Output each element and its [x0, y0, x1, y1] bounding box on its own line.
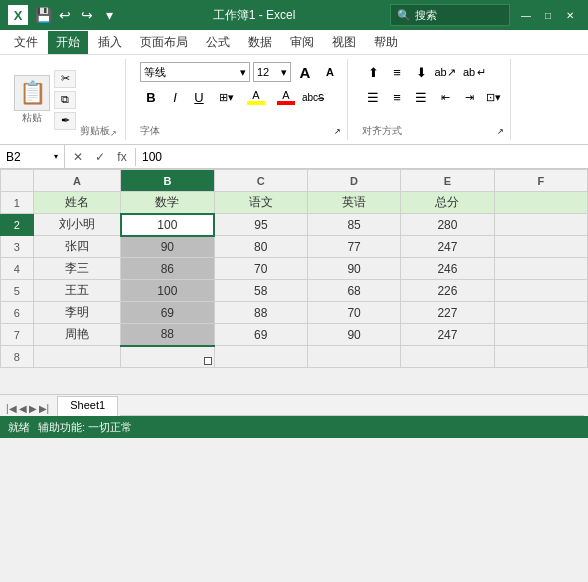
font-grow-button[interactable]: A: [294, 61, 316, 83]
cell-A8[interactable]: [33, 346, 121, 368]
formula-func-btn[interactable]: fx: [113, 148, 131, 166]
col-header-D[interactable]: D: [307, 170, 400, 192]
cell-C6[interactable]: 88: [214, 302, 307, 324]
cut-button[interactable]: ✂: [54, 70, 76, 88]
cell-E1[interactable]: 总分: [401, 192, 494, 214]
nav-first-arrow[interactable]: |◀: [6, 403, 17, 414]
cell-E5[interactable]: 226: [401, 280, 494, 302]
cell-F4[interactable]: [494, 258, 587, 280]
font-size-select[interactable]: 12 ▾: [253, 62, 291, 82]
strikethrough-button[interactable]: abcS̶: [302, 86, 324, 108]
redo-icon[interactable]: ↪: [78, 6, 96, 24]
customize-icon[interactable]: ▾: [100, 6, 118, 24]
cell-D5[interactable]: 68: [307, 280, 400, 302]
indent-dec-button[interactable]: ⇤: [434, 86, 456, 108]
bold-button[interactable]: B: [140, 86, 162, 108]
menu-home[interactable]: 开始: [48, 31, 88, 54]
menu-formula[interactable]: 公式: [198, 31, 238, 54]
cell-A3[interactable]: 张四: [33, 236, 121, 258]
name-box-arrow[interactable]: ▾: [54, 152, 58, 161]
clipboard-expand-icon[interactable]: ↗: [110, 129, 117, 138]
cell-B3[interactable]: 90: [121, 236, 214, 258]
cell-D4[interactable]: 90: [307, 258, 400, 280]
cell-B1[interactable]: 数学: [121, 192, 214, 214]
fill-color-button[interactable]: A: [242, 86, 270, 108]
cell-E3[interactable]: 247: [401, 236, 494, 258]
left-align-button[interactable]: ☰: [362, 86, 384, 108]
save-icon[interactable]: 💾: [34, 6, 52, 24]
col-header-F[interactable]: F: [494, 170, 587, 192]
cell-E8[interactable]: [401, 346, 494, 368]
cell-C8[interactable]: [214, 346, 307, 368]
italic-button[interactable]: I: [164, 86, 186, 108]
underline-button[interactable]: U: [188, 86, 210, 108]
menu-data[interactable]: 数据: [240, 31, 280, 54]
cell-F3[interactable]: [494, 236, 587, 258]
col-header-C[interactable]: C: [214, 170, 307, 192]
nav-prev-arrow[interactable]: ◀: [19, 403, 27, 414]
cell-D8[interactable]: [307, 346, 400, 368]
cell-D1[interactable]: 英语: [307, 192, 400, 214]
fill-handle[interactable]: [204, 357, 212, 365]
cell-F8[interactable]: [494, 346, 587, 368]
menu-page-layout[interactable]: 页面布局: [132, 31, 196, 54]
sheet-tab-1[interactable]: Sheet1: [57, 396, 118, 416]
name-box[interactable]: B2 ▾: [0, 145, 65, 168]
cell-B5[interactable]: 100: [121, 280, 214, 302]
cell-F7[interactable]: [494, 324, 587, 346]
menu-file[interactable]: 文件: [6, 31, 46, 54]
cell-C1[interactable]: 语文: [214, 192, 307, 214]
right-align-button[interactable]: ☰: [410, 86, 432, 108]
cell-B2[interactable]: 100: [121, 214, 214, 236]
font-shrink-button[interactable]: A: [319, 61, 341, 83]
cell-F1[interactable]: [494, 192, 587, 214]
center-align-button[interactable]: ≡: [386, 86, 408, 108]
col-header-B[interactable]: B: [121, 170, 214, 192]
align-expand-icon[interactable]: ↗: [497, 127, 504, 136]
cell-D3[interactable]: 77: [307, 236, 400, 258]
search-box[interactable]: 🔍 搜索: [390, 4, 510, 26]
cell-C2[interactable]: 95: [214, 214, 307, 236]
maximize-btn[interactable]: □: [538, 5, 558, 25]
cell-A7[interactable]: 周艳: [33, 324, 121, 346]
nav-next-arrow[interactable]: ▶: [29, 403, 37, 414]
cell-C3[interactable]: 80: [214, 236, 307, 258]
cell-F6[interactable]: [494, 302, 587, 324]
formula-input[interactable]: [136, 145, 588, 168]
undo-icon[interactable]: ↩: [56, 6, 74, 24]
cell-D2[interactable]: 85: [307, 214, 400, 236]
border-button[interactable]: ⊞▾: [212, 86, 240, 108]
merge-button[interactable]: ⊡▾: [482, 86, 504, 108]
cell-D6[interactable]: 70: [307, 302, 400, 324]
menu-help[interactable]: 帮助: [366, 31, 406, 54]
font-name-select[interactable]: 等线 ▾: [140, 62, 250, 82]
cell-B8[interactable]: [121, 346, 214, 368]
cell-A2[interactable]: 刘小明: [33, 214, 121, 236]
cell-C5[interactable]: 58: [214, 280, 307, 302]
cell-B4[interactable]: 86: [121, 258, 214, 280]
cell-F5[interactable]: [494, 280, 587, 302]
cell-E7[interactable]: 247: [401, 324, 494, 346]
bottom-align-button[interactable]: ⬇: [410, 61, 432, 83]
cell-B7[interactable]: 88: [121, 324, 214, 346]
cell-A5[interactable]: 王五: [33, 280, 121, 302]
nav-last-arrow[interactable]: ▶|: [39, 403, 50, 414]
orientation-button[interactable]: ab↗: [434, 61, 456, 83]
cell-C4[interactable]: 70: [214, 258, 307, 280]
paste-button[interactable]: 📋: [14, 75, 50, 111]
middle-align-button[interactable]: ≡: [386, 61, 408, 83]
cell-A4[interactable]: 李三: [33, 258, 121, 280]
font-expand-icon[interactable]: ↗: [334, 127, 341, 136]
close-btn[interactable]: ✕: [560, 5, 580, 25]
cell-E6[interactable]: 227: [401, 302, 494, 324]
menu-view[interactable]: 视图: [324, 31, 364, 54]
cell-E2[interactable]: 280: [401, 214, 494, 236]
col-header-E[interactable]: E: [401, 170, 494, 192]
indent-inc-button[interactable]: ⇥: [458, 86, 480, 108]
menu-review[interactable]: 审阅: [282, 31, 322, 54]
format-painter-button[interactable]: ✒: [54, 112, 76, 130]
formula-cancel-btn[interactable]: ✕: [69, 148, 87, 166]
cell-D7[interactable]: 90: [307, 324, 400, 346]
cell-F2[interactable]: [494, 214, 587, 236]
cell-B6[interactable]: 69: [121, 302, 214, 324]
